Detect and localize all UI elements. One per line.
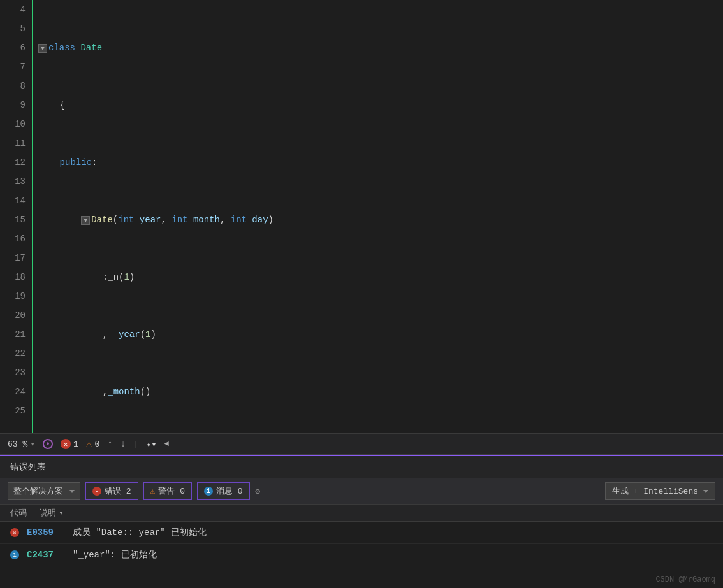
generate-btn-label: 生成 + IntelliSens <box>612 485 698 497</box>
message-filter-icon: i <box>204 487 213 496</box>
generate-chevron <box>703 490 708 493</box>
globe-icon: ● <box>43 439 53 449</box>
error-filter-btn[interactable]: ✕ 错误 2 <box>85 482 138 500</box>
code-line-10: ,_month() <box>38 382 723 401</box>
code-line-7: ▼Date(int year, int month, int day) <box>38 210 723 229</box>
sparkle-icon: ✦▾ <box>146 439 157 450</box>
warning-btn-label: 警告 0 <box>158 485 185 497</box>
nav-up-arrow[interactable]: ↑ <box>107 439 112 449</box>
code-line-9: , _year(1) <box>38 325 723 344</box>
code-line-4: ▼class Date <box>38 38 723 57</box>
solution-scope-dropdown[interactable]: 整个解决方案 <box>8 482 80 500</box>
error-code-1: E0359 <box>27 527 65 538</box>
code-editor: 4 5 6 7 8 9 10 11 12 13 14 15 16 17 18 1… <box>0 0 723 433</box>
col-desc-header[interactable]: 说明 ▾ <box>40 507 64 519</box>
col-desc-chevron: ▾ <box>59 508 64 518</box>
error-rows: ✕ E0359 成员 "Date::_year" 已初始化 i C2437 "_… <box>0 522 723 566</box>
error-row-2-icon: i <box>10 550 19 559</box>
error-count: 1 <box>73 440 78 449</box>
line-numbers: 4 5 6 7 8 9 10 11 12 13 14 15 16 17 18 1… <box>0 0 33 433</box>
solution-scope-chevron <box>69 490 75 493</box>
warning-filter-icon: ⚠ <box>150 486 156 496</box>
error-list-toolbar: 整个解决方案 ✕ 错误 2 ⚠ 警告 0 i 消息 0 ⊘ 生成 + Intel… <box>0 478 723 505</box>
zoom-level: 63 % <box>8 440 27 449</box>
warning-count: 0 <box>95 440 100 449</box>
error-desc-1: 成员 "Date::_year" 已初始化 <box>73 527 713 538</box>
error-filter-icon: ✕ <box>92 487 101 496</box>
error-row-2[interactable]: i C2437 "_year": 已初始化 <box>0 544 723 566</box>
warning-status: ⚠ 0 <box>86 438 99 450</box>
error-columns: 代码 说明 ▾ <box>0 505 723 522</box>
code-lines: ▼class Date { public: ▼Date(int year, in… <box>33 0 723 433</box>
error-code-2: C2437 <box>27 550 65 560</box>
generate-btn[interactable]: 生成 + IntelliSens <box>605 482 715 500</box>
error-desc-2: "_year": 已初始化 <box>73 549 713 561</box>
warning-filter-btn[interactable]: ⚠ 警告 0 <box>143 482 192 500</box>
code-line-6: public: <box>38 153 723 172</box>
error-list-panel: 错误列表 整个解决方案 ✕ 错误 2 ⚠ 警告 0 i 消息 0 ⊘ 生成 + … <box>0 455 723 566</box>
message-filter-btn[interactable]: i 消息 0 <box>197 482 250 500</box>
separator: | <box>133 440 138 449</box>
error-row-1[interactable]: ✕ E0359 成员 "Date::_year" 已初始化 <box>0 522 723 544</box>
watermark: CSDN @MrGaomq <box>655 575 715 584</box>
fold-icon-7[interactable]: ▼ <box>81 216 90 225</box>
message-btn-label: 消息 0 <box>216 485 243 497</box>
error-list-header: 错误列表 <box>0 456 723 478</box>
error-btn-label: 错误 2 <box>105 485 131 497</box>
fold-icon-4[interactable]: ▼ <box>38 44 47 53</box>
status-bar: 63 % ▾ ● ✕ 1 ⚠ 0 ↑ ↓ | ✦▾ ◄ <box>0 433 723 455</box>
status-zoom: 63 % ▾ <box>8 439 35 449</box>
warning-triangle-icon: ⚠ <box>86 439 92 450</box>
error-circle-icon: ✕ <box>61 439 71 449</box>
solution-scope-label: 整个解决方案 <box>13 485 63 497</box>
code-line-8: :_n(1) <box>38 268 723 287</box>
play-back-icon: ◄ <box>164 440 169 448</box>
code-container: 4 5 6 7 8 9 10 11 12 13 14 15 16 17 18 1… <box>0 0 723 433</box>
error-list-title: 错误列表 <box>10 462 46 472</box>
filter-icon[interactable]: ⊘ <box>255 486 260 497</box>
code-line-5: { <box>38 96 723 115</box>
nav-down-arrow[interactable]: ↓ <box>120 439 126 449</box>
error-row-1-icon: ✕ <box>10 528 19 537</box>
col-code-header[interactable]: 代码 <box>10 507 27 519</box>
error-status: ✕ 1 <box>61 439 78 449</box>
zoom-dropdown-icon[interactable]: ▾ <box>30 439 35 449</box>
